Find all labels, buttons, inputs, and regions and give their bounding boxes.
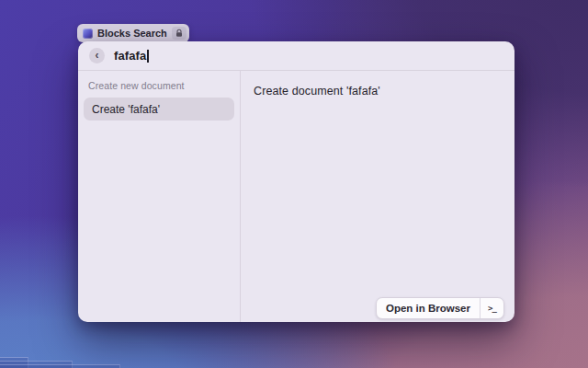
terminal-prompt-icon: >_: [481, 298, 503, 318]
window-body: Create new document Create 'fafafa' Crea…: [78, 71, 514, 322]
back-button[interactable]: ‹: [89, 48, 105, 63]
lock-icon: [175, 29, 184, 38]
results-panel: Create new document Create 'fafafa': [78, 71, 241, 322]
open-in-browser-label: Open in Browser: [377, 298, 480, 318]
search-bar: ‹ fafafa: [78, 41, 514, 71]
detail-title: Create document 'fafafa': [254, 85, 502, 98]
list-item-create-document[interactable]: Create 'fafafa': [84, 98, 234, 121]
search-input[interactable]: fafafa: [114, 41, 503, 70]
blocks-search-window: ‹ fafafa Create new document Create 'faf…: [78, 41, 514, 322]
desktop-wallpaper: Blocks Search ‹ fafafa Create new docume…: [0, 0, 588, 368]
app-badge[interactable]: Blocks Search: [77, 24, 189, 42]
search-input-value: fafafa: [114, 49, 146, 63]
list-item-label: Create 'fafafa': [92, 103, 160, 116]
section-header: Create new document: [88, 80, 231, 91]
privacy-keycap: [172, 27, 187, 40]
detail-panel: Create document 'fafafa': [241, 71, 514, 322]
text-caret: [147, 50, 149, 63]
open-in-browser-button[interactable]: Open in Browser >_: [376, 297, 504, 319]
wallpaper-ridge: [0, 364, 120, 368]
app-badge-label: Blocks Search: [97, 28, 167, 39]
chevron-left-icon: ‹: [96, 50, 99, 61]
blocks-app-icon: [83, 29, 93, 39]
